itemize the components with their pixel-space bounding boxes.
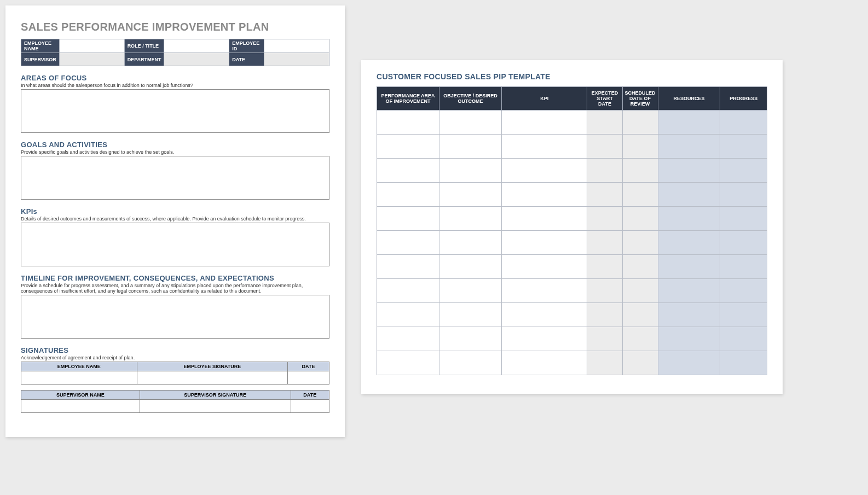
supervisor-cell[interactable] [59, 53, 124, 66]
table-cell[interactable] [587, 303, 622, 327]
table-cell[interactable] [720, 159, 767, 183]
kpis-box[interactable] [21, 223, 329, 266]
table-cell[interactable] [622, 327, 658, 351]
table-cell[interactable] [501, 231, 587, 255]
table-cell[interactable] [501, 255, 587, 279]
table-cell[interactable] [622, 231, 658, 255]
table-cell[interactable] [658, 327, 720, 351]
sig-sup-date-cell[interactable] [291, 400, 329, 413]
table-cell[interactable] [439, 183, 501, 207]
col-performance-area: PERFORMANCE AREA OF IMPROVEMENT [377, 87, 439, 110]
employee-id-cell[interactable] [264, 39, 329, 53]
table-cell[interactable] [658, 279, 720, 303]
table-cell[interactable] [501, 207, 587, 231]
date-cell[interactable] [264, 53, 329, 66]
table-cell[interactable] [377, 183, 439, 207]
table-cell[interactable] [587, 183, 622, 207]
table-row [377, 351, 767, 375]
table-cell[interactable] [587, 279, 622, 303]
table-cell[interactable] [587, 255, 622, 279]
table-cell[interactable] [501, 303, 587, 327]
table-cell[interactable] [622, 159, 658, 183]
table-cell[interactable] [377, 159, 439, 183]
table-cell[interactable] [587, 207, 622, 231]
table-cell[interactable] [658, 207, 720, 231]
table-cell[interactable] [622, 303, 658, 327]
table-cell[interactable] [658, 110, 720, 135]
timeline-box[interactable] [21, 295, 329, 339]
employee-name-cell[interactable] [59, 39, 124, 53]
table-cell[interactable] [439, 159, 501, 183]
table-cell[interactable] [587, 135, 622, 159]
table-cell[interactable] [439, 279, 501, 303]
table-cell[interactable] [658, 255, 720, 279]
table-cell[interactable] [501, 327, 587, 351]
table-cell[interactable] [720, 351, 767, 375]
department-label: DEPARTMENT [124, 53, 164, 66]
table-cell[interactable] [658, 303, 720, 327]
table-cell[interactable] [377, 231, 439, 255]
table-cell[interactable] [587, 351, 622, 375]
areas-of-focus-box[interactable] [21, 89, 329, 133]
table-cell[interactable] [720, 231, 767, 255]
table-cell[interactable] [377, 135, 439, 159]
table-row [377, 327, 767, 351]
table-cell[interactable] [622, 110, 658, 135]
table-cell[interactable] [377, 255, 439, 279]
table-cell[interactable] [720, 183, 767, 207]
sig-emp-sig-cell[interactable] [137, 371, 287, 385]
table-cell[interactable] [622, 351, 658, 375]
table-cell[interactable] [439, 231, 501, 255]
table-cell[interactable] [622, 183, 658, 207]
sig-sup-name-cell[interactable] [21, 400, 140, 413]
goals-box[interactable] [21, 156, 329, 200]
table-cell[interactable] [622, 279, 658, 303]
table-cell[interactable] [658, 351, 720, 375]
department-cell[interactable] [164, 53, 229, 66]
table-cell[interactable] [501, 159, 587, 183]
sig-sup-sig-header: SUPERVISOR SIGNATURE [140, 391, 291, 400]
table-cell[interactable] [439, 351, 501, 375]
table-cell[interactable] [377, 327, 439, 351]
table-cell[interactable] [720, 207, 767, 231]
table-cell[interactable] [377, 279, 439, 303]
table-cell[interactable] [658, 135, 720, 159]
table-cell[interactable] [439, 327, 501, 351]
sig-emp-date-cell[interactable] [288, 371, 329, 385]
table-cell[interactable] [587, 327, 622, 351]
table-cell[interactable] [622, 135, 658, 159]
table-cell[interactable] [720, 303, 767, 327]
table-cell[interactable] [501, 351, 587, 375]
page-title: SALES PERFORMANCE IMPROVEMENT PLAN [21, 21, 329, 33]
table-cell[interactable] [587, 231, 622, 255]
table-cell[interactable] [720, 279, 767, 303]
table-cell[interactable] [720, 327, 767, 351]
table-cell[interactable] [377, 110, 439, 135]
table-cell[interactable] [720, 255, 767, 279]
table-cell[interactable] [658, 159, 720, 183]
table-cell[interactable] [501, 135, 587, 159]
table-cell[interactable] [439, 207, 501, 231]
table-cell[interactable] [720, 135, 767, 159]
table-cell[interactable] [439, 303, 501, 327]
role-title-cell[interactable] [164, 39, 229, 53]
table-cell[interactable] [501, 183, 587, 207]
table-cell[interactable] [501, 279, 587, 303]
table-cell[interactable] [622, 207, 658, 231]
table-cell[interactable] [439, 255, 501, 279]
table-cell[interactable] [377, 207, 439, 231]
table-cell[interactable] [439, 135, 501, 159]
table-cell[interactable] [587, 159, 622, 183]
sig-sup-sig-cell[interactable] [140, 400, 291, 413]
table-cell[interactable] [720, 110, 767, 135]
sig-sup-name-header: SUPERVISOR NAME [21, 391, 140, 400]
table-cell[interactable] [658, 231, 720, 255]
sig-emp-name-cell[interactable] [21, 371, 137, 385]
table-cell[interactable] [658, 183, 720, 207]
table-cell[interactable] [439, 110, 501, 135]
table-cell[interactable] [622, 255, 658, 279]
table-cell[interactable] [587, 110, 622, 135]
table-cell[interactable] [377, 351, 439, 375]
table-cell[interactable] [377, 303, 439, 327]
table-cell[interactable] [501, 110, 587, 135]
